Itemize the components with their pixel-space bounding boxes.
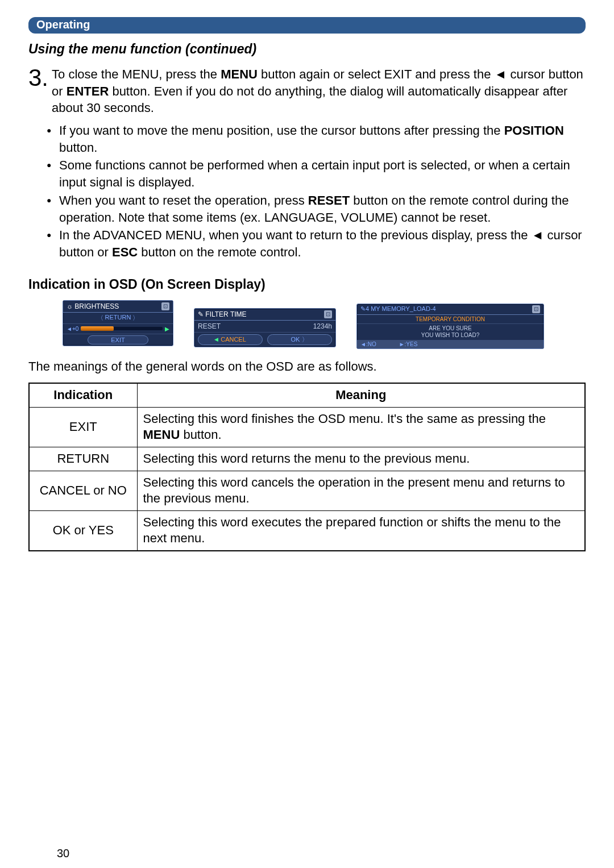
- step-3: 3. To close the MENU, press the MENU but…: [28, 66, 586, 117]
- brightness-slider: [81, 327, 163, 330]
- osd-exit-button: EXIT: [88, 335, 148, 344]
- text: button on the remote control.: [138, 245, 301, 259]
- bold: ESC: [112, 245, 138, 259]
- bullet-list: If you want to move the menu position, u…: [47, 122, 586, 261]
- lead-text: The meanings of the general words on the…: [28, 358, 586, 375]
- table-row: CANCEL or NO Selecting this word cancels…: [29, 471, 585, 510]
- arrow-right-icon: ▶: [165, 326, 169, 332]
- text: When you want to reset the operation, pr…: [59, 193, 308, 207]
- meaning-cell: Selecting this word executes the prepare…: [137, 510, 585, 551]
- meaning-cell: Selecting this word cancels the operatio…: [137, 471, 585, 510]
- triangle-left-icon: ◀: [214, 337, 218, 342]
- text: Some functions cannot be performed when …: [59, 158, 570, 189]
- table-row: RETURN Selecting this word returns the m…: [29, 447, 585, 471]
- indication-cell: EXIT: [29, 407, 137, 447]
- osd-return-label: RETURN: [105, 314, 131, 322]
- no-option: ◄:NO: [360, 341, 376, 347]
- bold: RESET: [308, 193, 350, 207]
- col-indication: Indication: [29, 383, 137, 407]
- temp-condition-label: TEMPORARY CONDITION: [357, 315, 544, 324]
- menu-bold: MENU: [221, 67, 258, 81]
- text: button.: [59, 140, 97, 155]
- section-bar: Operating: [28, 17, 586, 34]
- hours-value: 1234h: [313, 322, 332, 330]
- osd-filter-panel: ✎ FILTER TIME ⊡ RESET 1234h ◀CANCEL OK〉: [194, 308, 336, 347]
- text: If you want to move the menu position, u…: [59, 123, 504, 138]
- osd-heading: Indication in OSD (On Screen Display): [28, 277, 586, 292]
- close-icon: ⊡: [324, 310, 332, 318]
- close-icon: ⊡: [532, 305, 540, 313]
- osd-screenshots: ☼ BRIGHTNESS ⊡ 〈 RETURN 〉 ◄+0 ▶ EXIT ✎ F…: [63, 300, 586, 349]
- text: To close the MENU, press the: [52, 67, 221, 81]
- osd-brightness-panel: ☼ BRIGHTNESS ⊡ 〈 RETURN 〉 ◄+0 ▶ EXIT: [63, 300, 173, 346]
- meaning-cell: Selecting this word finishes the OSD men…: [137, 407, 585, 447]
- ok-button: OK〉: [267, 334, 332, 345]
- meaning-cell: Selecting this word returns the menu to …: [137, 447, 585, 471]
- step-body: To close the MENU, press the MENU button…: [52, 66, 586, 117]
- bullet-item: When you want to reset the operation, pr…: [47, 192, 586, 226]
- close-icon: ⊡: [161, 302, 169, 310]
- reset-label: RESET: [198, 322, 221, 330]
- text: button. Even if you do not do anything, …: [52, 84, 567, 115]
- osd-brightness-title: ☼ BRIGHTNESS: [67, 302, 119, 310]
- enter-bold: ENTER: [67, 84, 109, 98]
- cancel-button: ◀CANCEL: [198, 334, 263, 345]
- subtitle: Using the menu function (continued): [28, 41, 586, 57]
- bullet-item: If you want to move the menu position, u…: [47, 122, 586, 156]
- meanings-table: Indication Meaning EXIT Selecting this w…: [28, 383, 586, 551]
- bold: POSITION: [504, 123, 564, 138]
- table-row: OK or YES Selecting this word executes t…: [29, 510, 585, 551]
- bullet-item: Some functions cannot be performed when …: [47, 157, 586, 190]
- col-meaning: Meaning: [137, 383, 585, 407]
- page-number: 30: [57, 847, 69, 860]
- bullet-item: In the ADVANCED MENU, when you want to r…: [47, 227, 586, 260]
- osd-filter-title: ✎ FILTER TIME: [198, 310, 247, 318]
- arrow-left-icon: ◄+0: [67, 326, 78, 332]
- indication-cell: RETURN: [29, 447, 137, 471]
- osd-memory-title: ✎4 MY MEMORY_LOAD-4: [360, 305, 436, 313]
- indication-cell: OK or YES: [29, 510, 137, 551]
- step-number: 3.: [28, 66, 48, 117]
- confirm-text: ARE YOU SUREYOU WISH TO LOAD?: [357, 324, 544, 340]
- table-row: EXIT Selecting this word finishes the OS…: [29, 407, 585, 447]
- indication-cell: CANCEL or NO: [29, 471, 137, 510]
- osd-memory-panel: ✎4 MY MEMORY_LOAD-4 ⊡ TEMPORARY CONDITIO…: [356, 304, 544, 349]
- yes-option: ►:YES: [399, 341, 418, 347]
